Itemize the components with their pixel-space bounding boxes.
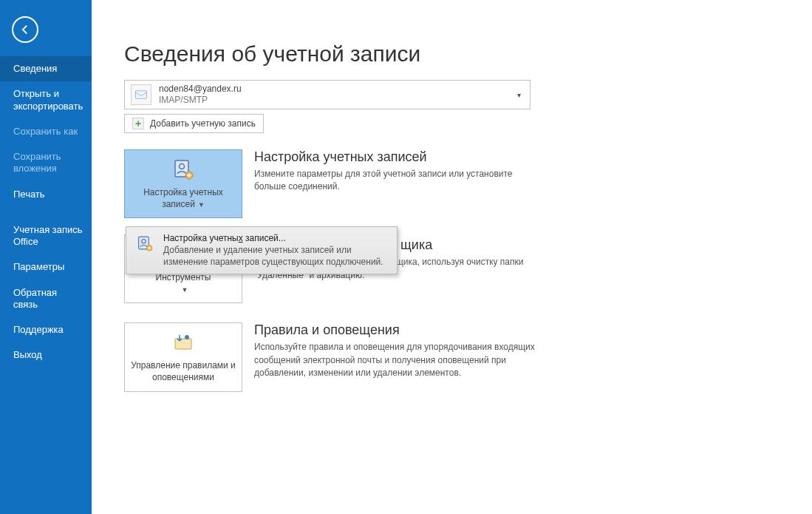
account-settings-btn-label: Настройка учетных записей <box>143 187 223 209</box>
account-protocol: IMAP/SMTP <box>159 95 242 106</box>
popup-title: Настройка учетных записей... <box>163 233 389 243</box>
add-account-button[interactable]: + Добавить учетную запись <box>124 114 264 133</box>
popup-desc: Добавление и удаление учетных записей ил… <box>163 244 389 268</box>
add-account-label: Добавить учетную запись <box>150 118 256 129</box>
sidebar-item-info[interactable]: Сведения <box>0 56 92 81</box>
sidebar-item-open-export[interactable]: Открыть и экспортировать <box>0 81 92 119</box>
account-settings-title: Настройка учетных записей <box>254 149 535 165</box>
svg-point-19 <box>185 335 189 339</box>
mailbox-icon <box>131 84 151 105</box>
account-settings-popup-item[interactable]: Настройка учетных записей... Добавление … <box>126 226 398 274</box>
account-picker[interactable]: noden84@yandex.ru IMAP/SMTP ▾ <box>124 80 530 109</box>
sidebar: Сведения Открыть и экспортировать Сохран… <box>0 0 92 514</box>
svg-point-21 <box>142 240 146 243</box>
rules-desc: Используйте правила и оповещения для упо… <box>254 341 535 379</box>
page-title: Сведения об учетной записи <box>124 41 782 67</box>
section-account-settings: Настройка учетных записей▼ Настройка уче… <box>124 149 782 218</box>
rules-title: Правила и оповещения <box>254 322 535 338</box>
sidebar-item-save-as: Сохранить как <box>0 119 92 144</box>
svg-rect-18 <box>175 339 191 349</box>
svg-rect-12 <box>136 91 147 99</box>
sidebar-item-exit[interactable]: Выход <box>0 342 92 368</box>
sidebar-item-office-account[interactable]: Учетная запись Office <box>0 217 92 255</box>
backstage-window: Удаленные - Файл данных Outlook - Outloo… <box>0 0 812 514</box>
account-settings-popup-icon <box>134 233 156 255</box>
sidebar-item-print[interactable]: Печать <box>0 182 92 207</box>
rules-icon <box>169 331 197 356</box>
sidebar-item-feedback[interactable]: Обратная связь <box>0 280 92 318</box>
account-settings-icon <box>169 158 197 183</box>
sidebar-item-save-attachments: Сохранить вложения <box>0 144 92 182</box>
account-settings-desc: Измените параметры для этой учетной запи… <box>254 168 535 194</box>
rules-btn-label: Управление правилами и оповещениями <box>131 360 236 383</box>
back-button[interactable] <box>12 16 38 43</box>
chevron-down-icon: ▾ <box>517 91 521 99</box>
account-settings-button[interactable]: Настройка учетных записей▼ <box>124 149 242 218</box>
sidebar-item-support[interactable]: Поддержка <box>0 317 92 342</box>
sidebar-item-options[interactable]: Параметры <box>0 254 92 280</box>
svg-point-14 <box>180 164 185 169</box>
rules-button[interactable]: Управление правилами и оповещениями <box>124 322 242 391</box>
plus-icon: + <box>132 118 144 129</box>
account-info: noden84@yandex.ru IMAP/SMTP <box>159 84 242 106</box>
account-email: noden84@yandex.ru <box>159 84 242 95</box>
section-rules: Управление правилами и оповещениями Прав… <box>124 322 782 391</box>
